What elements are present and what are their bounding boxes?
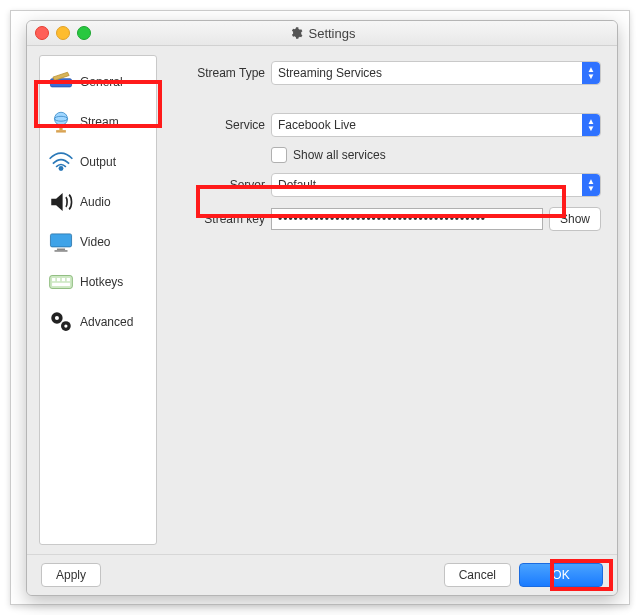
advanced-icon [48,309,74,335]
sidebar-item-advanced[interactable]: Advanced [40,302,156,342]
stream-type-label: Stream Type [173,66,265,80]
row-show-all: Show all services [173,147,601,163]
service-label: Service [173,118,265,132]
stream-type-value: Streaming Services [278,66,382,80]
sidebar-item-hotkeys[interactable]: Hotkeys [40,262,156,302]
stream-type-select[interactable]: Streaming Services ▲▼ [271,61,601,85]
svg-rect-9 [55,250,68,252]
svg-rect-12 [57,278,60,281]
row-stream-type: Stream Type Streaming Services ▲▼ [173,61,601,85]
svg-point-17 [55,316,59,320]
apply-button[interactable]: Apply [41,563,101,587]
cancel-button[interactable]: Cancel [444,563,511,587]
sidebar-item-label: Hotkeys [80,275,123,289]
settings-pane: Stream Type Streaming Services ▲▼ Servic… [157,45,617,555]
svg-point-2 [55,112,68,125]
svg-rect-5 [56,130,66,132]
svg-rect-15 [52,283,70,286]
sidebar-item-output[interactable]: Output [40,142,156,182]
sidebar-item-label: Video [80,235,110,249]
output-icon [48,149,74,175]
show-stream-key-button[interactable]: Show [549,207,601,231]
show-all-label: Show all services [293,148,386,162]
video-icon [48,229,74,255]
server-label: Server [173,178,265,192]
svg-rect-4 [59,125,62,130]
server-value: Default [278,178,316,192]
server-select[interactable]: Default ▲▼ [271,173,601,197]
window-title-wrap: Settings [27,26,617,41]
svg-rect-8 [57,249,65,251]
settings-window: Settings General Stream [26,20,618,596]
svg-point-19 [64,324,67,327]
sidebar-item-stream[interactable]: Stream [40,102,156,142]
sidebar-item-audio[interactable]: Audio [40,182,156,222]
row-service: Service Facebook Live ▲▼ [173,113,601,137]
sidebar-item-label: Advanced [80,315,133,329]
svg-rect-7 [50,234,71,247]
service-value: Facebook Live [278,118,356,132]
svg-rect-11 [52,278,55,281]
titlebar: Settings [27,21,617,46]
svg-rect-13 [62,278,65,281]
svg-rect-10 [50,276,73,289]
service-select[interactable]: Facebook Live ▲▼ [271,113,601,137]
sidebar-item-video[interactable]: Video [40,222,156,262]
stream-icon [48,109,74,135]
svg-point-6 [59,166,64,171]
chevron-updown-icon: ▲▼ [582,62,600,84]
audio-icon [48,189,74,215]
general-icon [48,69,74,95]
content: General Stream Output [27,45,617,555]
sidebar: General Stream Output [39,55,157,545]
stream-key-label: Stream key [173,212,265,226]
svg-rect-0 [50,79,71,87]
stage: Settings General Stream [0,0,640,615]
window-controls [35,26,91,40]
hotkeys-icon [48,269,74,295]
settings-icon [289,26,303,40]
sidebar-item-label: Stream [80,115,119,129]
sidebar-item-general[interactable]: General [40,62,156,102]
sidebar-item-label: Audio [80,195,111,209]
footer: Apply Cancel OK [27,554,617,595]
sidebar-item-label: Output [80,155,116,169]
svg-rect-14 [67,278,70,281]
close-window-button[interactable] [35,26,49,40]
chevron-updown-icon: ▲▼ [582,174,600,196]
minimize-window-button[interactable] [56,26,70,40]
ok-button[interactable]: OK [519,563,603,587]
row-stream-key: Stream key •••••••••••••••••••••••••••••… [173,207,601,231]
row-server: Server Default ▲▼ [173,173,601,197]
stream-key-input[interactable]: •••••••••••••••••••••••••••••••••••••••• [271,208,543,230]
chevron-updown-icon: ▲▼ [582,114,600,136]
sidebar-item-label: General [80,75,123,89]
show-all-checkbox[interactable] [271,147,287,163]
window-title: Settings [309,26,356,41]
zoom-window-button[interactable] [77,26,91,40]
stream-key-mask: •••••••••••••••••••••••••••••••••••••••• [278,212,486,226]
